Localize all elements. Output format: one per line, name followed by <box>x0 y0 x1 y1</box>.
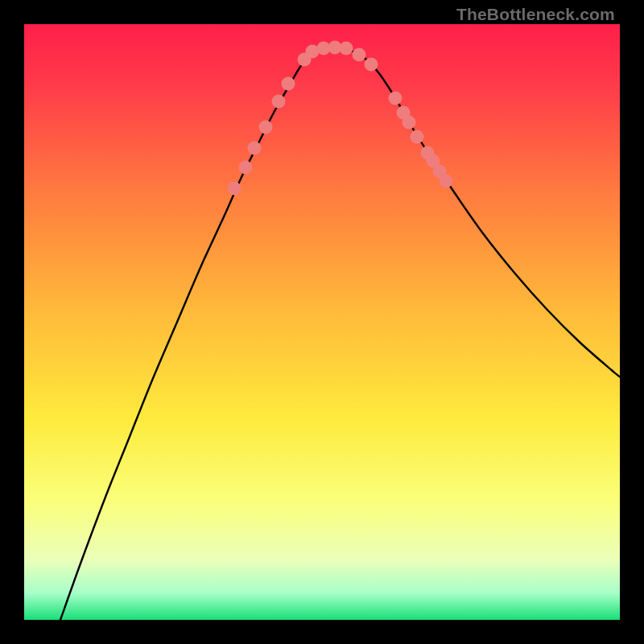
chart-svg <box>24 24 620 620</box>
data-marker <box>239 161 253 175</box>
data-marker <box>353 48 366 62</box>
data-marker <box>389 92 402 105</box>
data-marker <box>248 142 262 155</box>
data-marker <box>365 58 378 72</box>
data-marker <box>272 95 286 109</box>
attribution-text: TheBottleneck.com <box>456 5 615 24</box>
chart-frame: TheBottleneck.com <box>0 0 644 644</box>
data-marker <box>402 116 416 130</box>
data-marker <box>340 42 353 56</box>
data-marker <box>411 130 424 144</box>
data-marker <box>440 175 453 188</box>
data-marker <box>282 77 295 91</box>
data-marker <box>228 182 242 196</box>
plot-area <box>24 24 620 620</box>
data-marker <box>259 121 273 134</box>
gradient-background <box>24 24 620 620</box>
